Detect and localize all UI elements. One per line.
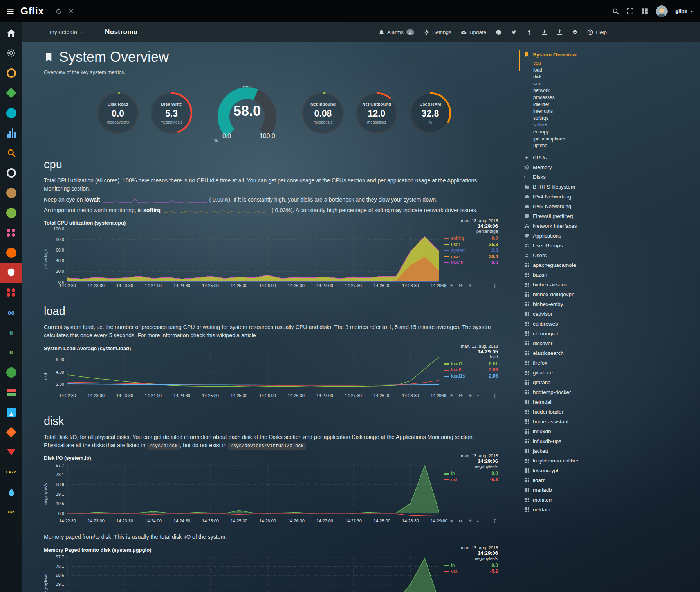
legend-item-system[interactable]: system2.3 xyxy=(444,248,498,254)
chart-canvas-pgpgio[interactable] xyxy=(67,556,439,592)
ndnav-print-button[interactable] xyxy=(572,29,578,35)
toc-binhex-airsonic[interactable]: binhex-airsonic xyxy=(524,280,699,290)
sidebar-app-sonarr-icon[interactable] xyxy=(0,83,22,103)
sidebar-app-home-icon[interactable] xyxy=(0,23,22,43)
fullscreen-icon[interactable] xyxy=(627,8,633,14)
legend-item-in[interactable]: in0.0 xyxy=(444,471,498,477)
user-avatar[interactable] xyxy=(656,5,668,17)
sidebar-app-tautulli-icon[interactable] xyxy=(0,203,22,223)
gauge-net-outbound[interactable]: Net Outbound12.0megabits/s xyxy=(350,91,403,135)
toc-sub-disk[interactable]: disk xyxy=(533,74,699,81)
toc-sub-idlejitter[interactable]: idlejitter xyxy=(533,101,699,108)
ndnav-facebook-button[interactable] xyxy=(526,29,532,35)
chart-forward-button[interactable] xyxy=(459,282,463,289)
sidebar-app-unraid-icon[interactable]: u xyxy=(0,342,22,362)
wikipedia-link[interactable]: wikipedia article xyxy=(217,332,256,338)
sidebar-app-calibre-icon[interactable] xyxy=(0,183,22,203)
toc-calibreweb[interactable]: calibreweb xyxy=(524,319,699,329)
toc-lazylibrarian-calibre[interactable]: lazylibrarian-calibre xyxy=(524,456,699,466)
toc-lidarr[interactable]: lidarr xyxy=(524,475,699,485)
refresh-icon[interactable] xyxy=(56,8,62,14)
chart-canvas-load[interactable] xyxy=(67,354,439,392)
legend-item-softirq[interactable]: softirq0.0 xyxy=(444,236,498,242)
gauge-disk-read[interactable]: Disk Read0.0megabytes/s xyxy=(91,91,144,135)
toc-netdata[interactable]: netdata xyxy=(524,505,699,515)
toc-ipv4-networking[interactable]: IPv4 Networking xyxy=(524,192,699,202)
gauge-disk-write[interactable]: Disk Write5.3megabytes/s xyxy=(144,91,198,135)
legend-item-nice[interactable]: nice20.4 xyxy=(444,254,498,260)
toc-network-interfaces[interactable]: Network Interfaces xyxy=(524,221,699,231)
toc-diskover[interactable]: diskover xyxy=(524,338,699,348)
toc-mariadb[interactable]: mariadb xyxy=(524,485,699,495)
sidebar-app-ombi-icon[interactable] xyxy=(0,223,22,243)
toc-apacheguacamole[interactable]: apacheguacamole xyxy=(524,260,699,270)
sidebar-app-resilio-sync-icon[interactable]: oo xyxy=(0,302,22,322)
toc-heimdall[interactable]: heimdall xyxy=(524,397,699,407)
gauge-cpu[interactable]: CPU58.00.0100.0% xyxy=(198,84,296,142)
toc-sub-entropy[interactable]: entropy xyxy=(533,129,699,136)
toc-hddtemp-docker[interactable]: hddtemp-docker xyxy=(524,387,699,397)
legend-item-iowait[interactable]: iowait0.0 xyxy=(444,260,498,266)
toc-memory[interactable]: Memory xyxy=(524,162,699,172)
server-dropdown[interactable]: my-netdata xyxy=(50,29,84,35)
sidebar-app-settings-icon[interactable] xyxy=(0,43,22,63)
gauge-used-ram[interactable]: Used RAM32.8% xyxy=(403,91,457,135)
apps-grid-icon[interactable] xyxy=(641,8,648,14)
toc-chronograf[interactable]: chronograf xyxy=(524,329,699,338)
user-menu-button[interactable]: gilbn xyxy=(675,8,694,14)
legend-item-in[interactable]: in0.0 xyxy=(444,563,498,569)
sidebar-app-plex-icon[interactable] xyxy=(0,63,22,83)
sidebar-app-sabnzbd-icon[interactable]: sab xyxy=(0,502,22,522)
hamburger-menu-icon[interactable] xyxy=(6,7,14,15)
legend-item-load15[interactable]: load152.06 xyxy=(444,373,498,380)
toc-user-groups[interactable]: User Groups xyxy=(524,241,699,250)
ndnav-import-button[interactable] xyxy=(541,29,547,35)
sidebar-app-qbittorrent-icon[interactable] xyxy=(0,163,22,183)
chart-canvas-cpu[interactable] xyxy=(67,229,439,282)
chart-zoom-out-button[interactable]: - xyxy=(477,283,479,288)
toc-btrfs-filesystem[interactable]: BTRFS filesystem xyxy=(524,182,699,192)
toc-firewall-netfilter[interactable]: Firewall (netfilter) xyxy=(524,211,699,221)
legend-item-out[interactable]: out-5.2 xyxy=(444,569,498,575)
toc-elasticsearch[interactable]: elasticsearch xyxy=(524,348,699,358)
sidebar-app-jackett-icon[interactable] xyxy=(0,143,22,163)
ndnav-settings-button[interactable]: Settings xyxy=(424,29,451,35)
chart-rewind-button[interactable] xyxy=(440,517,444,524)
toc-sub-ram[interactable]: ram xyxy=(533,81,699,88)
chart-zoom-out-button[interactable]: - xyxy=(477,393,479,397)
chart-resize-handle[interactable] xyxy=(493,392,497,399)
toc-sub-uptime[interactable]: uptime xyxy=(533,142,699,149)
sidebar-app-airsonic-icon[interactable] xyxy=(0,123,22,143)
legend-item-load5[interactable]: load52.68 xyxy=(444,367,498,373)
toc-sub-softirqs[interactable]: softirqs xyxy=(533,115,699,122)
chart-zoom-in-button[interactable]: + xyxy=(468,283,472,288)
chart-rewind-button[interactable] xyxy=(440,392,444,399)
toc-disks[interactable]: Disks xyxy=(524,172,699,182)
chart-zoom-in-button[interactable]: + xyxy=(468,393,472,397)
ndnav-alarms-button[interactable]: Alarms2 xyxy=(379,29,414,35)
chart-zoom-out-button[interactable]: - xyxy=(477,518,479,523)
sidebar-app-heimdall-icon[interactable] xyxy=(0,402,22,422)
toc-users[interactable]: Users xyxy=(524,250,699,260)
chart-play-button[interactable] xyxy=(449,282,454,289)
close-icon[interactable] xyxy=(68,8,74,14)
toc-grafana[interactable]: grafana xyxy=(524,378,699,387)
toc-binhex-emby[interactable]: binhex-emby xyxy=(524,299,699,309)
toc-home-assistant[interactable]: home-assistant xyxy=(524,417,699,426)
legend-item-user[interactable]: user35.3 xyxy=(444,242,498,248)
toc-binhex-delugevpn[interactable]: binhex-delugevpn xyxy=(524,290,699,299)
legend-item-out[interactable]: out-5.3 xyxy=(444,477,498,483)
ndnav-github-button[interactable] xyxy=(496,29,502,35)
toc-influxdb[interactable]: influxdb xyxy=(524,426,699,436)
toc-gitlab-ce[interactable]: gitlab-ce xyxy=(524,368,699,378)
toc-monitorr[interactable]: monitorr xyxy=(524,495,699,505)
toc-hiddenloader[interactable]: hiddenloader xyxy=(524,407,699,417)
sidebar-app-lazylibrarian-icon[interactable]: LAZY xyxy=(0,462,22,482)
toc-sub-processes[interactable]: processes xyxy=(533,94,699,101)
sidebar-app-downloader-icon[interactable] xyxy=(0,442,22,462)
sidebar-app-grafana-icon[interactable] xyxy=(0,243,22,263)
toc-sub-load[interactable]: load xyxy=(533,67,699,74)
toc-sub-interrupts[interactable]: interrupts xyxy=(533,108,699,115)
toc-bazarr[interactable]: bazarr xyxy=(524,270,699,280)
sidebar-app-gitlab-icon[interactable] xyxy=(0,422,22,442)
